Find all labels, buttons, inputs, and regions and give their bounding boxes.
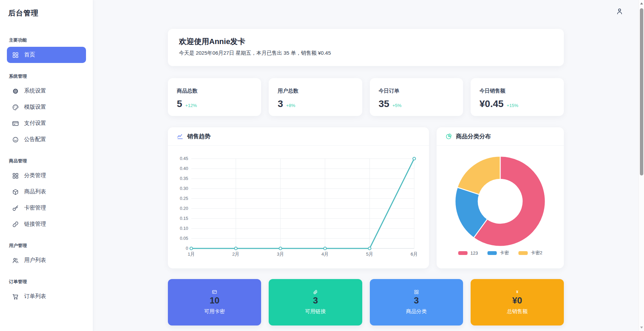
scrollbar-thumb[interactable]	[640, 8, 643, 175]
svg-text:0.45: 0.45	[180, 156, 188, 161]
stat-value: 35	[379, 98, 389, 109]
stat-label: 今日销售额	[480, 88, 555, 94]
sidebar-item-order-list[interactable]: 订单列表	[7, 288, 86, 305]
svg-text:¥: ¥	[516, 290, 518, 294]
sidebar-item-label: 商品列表	[24, 188, 46, 195]
sidebar-item-card-key-management[interactable]: 卡密管理	[7, 200, 86, 216]
legend-item-卡密[interactable]: 卡密	[487, 250, 509, 256]
grid-icon	[12, 172, 19, 179]
summary-value: 3	[414, 295, 419, 306]
sidebar-item-link-management[interactable]: 链接管理	[7, 216, 86, 232]
stat-value: 3	[278, 98, 283, 109]
scroll-up-arrow-icon[interactable]	[639, 1, 644, 6]
sidebar-item-template-settings[interactable]: 模版设置	[7, 99, 86, 115]
summary-card-product-categories: 3商品分类	[370, 279, 463, 325]
box-icon	[12, 189, 19, 195]
stats-row: 商品总数5+12%用户总数3+8%今日订单35+5%今日销售额¥0.45+15%	[168, 78, 564, 116]
scrollbar[interactable]	[638, 0, 644, 331]
summary-label: 可用链接	[305, 308, 326, 315]
sidebar-section-label: 订单管理	[9, 279, 84, 285]
paperclip-icon	[313, 289, 318, 295]
svg-text:0.10: 0.10	[180, 226, 188, 231]
scroll-down-arrow-icon[interactable]	[639, 325, 644, 330]
stat-delta: +12%	[185, 103, 197, 108]
summary-row: 10可用卡密3可用链接3商品分类¥¥0总销售额	[168, 279, 564, 325]
svg-text:0.20: 0.20	[180, 206, 188, 211]
stat-label: 今日订单	[379, 88, 454, 94]
sidebar-section-label: 商品管理	[9, 158, 84, 164]
line-chart-icon	[177, 133, 183, 140]
legend-item-123[interactable]: 123	[458, 250, 478, 256]
category-distribution-header: 商品分类分布	[437, 127, 564, 146]
summary-label: 总销售额	[507, 308, 527, 315]
sidebar-item-label: 系统设置	[24, 87, 46, 95]
svg-text:0.30: 0.30	[180, 186, 188, 191]
sidebar-item-user-list[interactable]: 用户列表	[7, 252, 86, 268]
summary-label: 可用卡密	[204, 308, 225, 315]
sales-trend-header: 销售趋势	[168, 127, 429, 146]
svg-text:4月: 4月	[321, 252, 329, 257]
stat-label: 用户总数	[278, 88, 353, 94]
sidebar-item-product-list[interactable]: 商品列表	[7, 184, 86, 200]
yen-icon: ¥	[515, 289, 520, 295]
category-pie-chart: 123卡密卡密2	[437, 146, 564, 268]
svg-text:1月: 1月	[187, 252, 195, 257]
sidebar-item-label: 用户列表	[24, 257, 46, 264]
legend-label: 卡密	[500, 250, 509, 256]
sidebar-section-label: 主要功能	[9, 37, 84, 43]
category-distribution-card: 商品分类分布 123卡密卡密2	[437, 127, 564, 268]
sidebar-item-label: 订单列表	[24, 293, 46, 300]
svg-text:0.40: 0.40	[180, 166, 188, 171]
welcome-subtitle: 今天是 2025年06月27日 星期五，本月已售出 35 单，销售额 ¥0.45	[179, 50, 553, 56]
main-area: 欢迎使用Annie发卡 今天是 2025年06月27日 星期五，本月已售出 35…	[93, 0, 638, 331]
stat-delta: +15%	[507, 103, 518, 108]
sidebar-item-label: 公告配置	[24, 136, 46, 143]
sales-trend-chart: 00.050.100.150.200.250.300.350.400.451月2…	[168, 146, 429, 268]
svg-text:6月: 6月	[410, 252, 418, 257]
svg-text:0.25: 0.25	[180, 196, 188, 201]
sidebar-item-label: 链接管理	[24, 221, 46, 228]
sidebar-item-label: 支付设置	[24, 120, 46, 127]
stat-card-users-total: 用户总数3+8%	[269, 78, 362, 116]
legend-item-卡密2[interactable]: 卡密2	[518, 250, 542, 256]
welcome-card: 欢迎使用Annie发卡 今天是 2025年06月27日 星期五，本月已售出 35…	[168, 29, 564, 66]
svg-text:0: 0	[186, 246, 188, 251]
smiley-icon	[12, 136, 19, 143]
sidebar-item-home[interactable]: 首页	[7, 47, 86, 63]
legend-label: 卡密2	[531, 250, 542, 256]
user-menu-button[interactable]	[616, 8, 625, 17]
sidebar-item-label: 首页	[24, 51, 35, 58]
sidebar-section-label: 用户管理	[9, 243, 84, 249]
svg-text:0.15: 0.15	[180, 216, 188, 221]
svg-text:0.35: 0.35	[180, 176, 188, 181]
sidebar-item-payment-settings[interactable]: 支付设置	[7, 115, 86, 131]
gear-icon	[12, 88, 19, 95]
summary-card-available-card-keys: 10可用卡密	[168, 279, 261, 325]
stat-delta: +5%	[393, 103, 401, 108]
summary-card-total-sales: ¥¥0总销售额	[471, 279, 564, 325]
pie-chart-icon	[446, 133, 452, 140]
pie-legend: 123卡密卡密2	[437, 250, 564, 256]
summary-card-available-links: 3可用链接	[269, 279, 362, 325]
sales-trend-title: 销售趋势	[187, 132, 211, 140]
grid-icon	[12, 52, 19, 58]
credit-card-icon	[12, 120, 19, 127]
sidebar: 后台管理 主要功能首页系统管理系统设置模版设置支付设置公告配置商品管理分类管理商…	[0, 0, 93, 331]
user-icon	[616, 10, 623, 16]
category-distribution-title: 商品分类分布	[456, 132, 491, 140]
grid-icon	[414, 289, 419, 295]
summary-value: ¥0	[512, 295, 522, 306]
sidebar-item-category-management[interactable]: 分类管理	[7, 168, 86, 184]
sidebar-item-label: 卡密管理	[24, 204, 46, 212]
sidebar-section-label: 系统管理	[9, 73, 84, 79]
stat-card-sales-today: 今日销售额¥0.45+15%	[471, 78, 564, 116]
app-title: 后台管理	[0, 0, 93, 18]
svg-text:5月: 5月	[366, 252, 373, 257]
cart-icon	[12, 293, 19, 300]
sidebar-item-system-settings[interactable]: 系统设置	[7, 83, 86, 99]
sidebar-item-announcement-config[interactable]: 公告配置	[7, 131, 86, 148]
summary-value: 3	[313, 295, 318, 306]
users-icon	[12, 257, 19, 264]
link-icon	[12, 221, 19, 228]
key-icon	[12, 205, 19, 212]
